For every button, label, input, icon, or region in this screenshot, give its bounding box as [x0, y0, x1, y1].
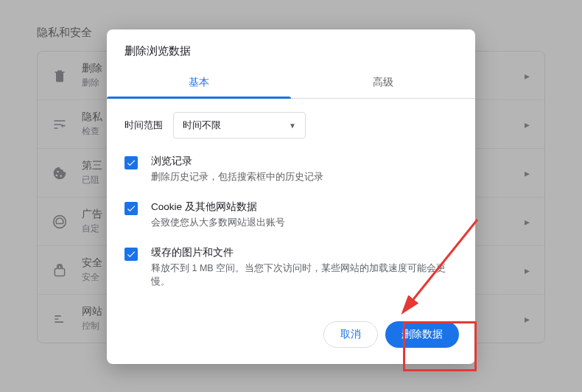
check-item-history: 浏览记录 删除历史记录，包括搜索框中的历史记录	[125, 155, 457, 184]
check-item-cache: 缓存的图片和文件 释放不到 1 MB 空间。当您下次访问时，某些网站的加载速度可…	[125, 246, 457, 290]
dialog-tabs: 基本 高级	[107, 67, 475, 99]
check-title: 缓存的图片和文件	[151, 246, 457, 259]
check-desc: 会致使您从大多数网站退出账号	[151, 216, 457, 230]
check-desc: 删除历史记录，包括搜索框中的历史记录	[151, 170, 457, 184]
checkbox-history[interactable]	[125, 156, 138, 169]
confirm-delete-button[interactable]: 删除数据	[385, 321, 459, 348]
dialog-title: 删除浏览数据	[107, 29, 475, 67]
dialog-body: 时间范围 时间不限 ▼ 浏览记录 删除历史记录，包括搜索框中的历史记录 Cook…	[107, 99, 475, 311]
time-range-value: 时间不限	[183, 119, 221, 132]
check-title: 浏览记录	[151, 155, 457, 168]
dialog-actions: 取消 删除数据	[107, 311, 475, 364]
cancel-button[interactable]: 取消	[323, 321, 378, 348]
clear-data-dialog: 删除浏览数据 基本 高级 时间范围 时间不限 ▼ 浏览记录 删除历史记录，包括搜…	[107, 29, 475, 364]
chevron-down-icon: ▼	[289, 122, 296, 130]
time-range-label: 时间范围	[125, 119, 163, 132]
check-item-cookies: Cookie 及其他网站数据 会致使您从大多数网站退出账号	[125, 200, 457, 230]
check-title: Cookie 及其他网站数据	[151, 200, 457, 214]
check-desc: 释放不到 1 MB 空间。当您下次访问时，某些网站的加载速度可能会更慢。	[151, 262, 457, 290]
time-range-select[interactable]: 时间不限 ▼	[173, 112, 306, 139]
checkbox-cookies[interactable]	[125, 202, 138, 215]
checkbox-cache[interactable]	[125, 248, 138, 261]
tab-advanced[interactable]: 高级	[291, 67, 475, 98]
tab-basic[interactable]: 基本	[107, 67, 291, 98]
modal-overlay: 删除浏览数据 基本 高级 时间范围 时间不限 ▼ 浏览记录 删除历史记录，包括搜…	[0, 0, 582, 392]
time-range-row: 时间范围 时间不限 ▼	[125, 112, 457, 139]
